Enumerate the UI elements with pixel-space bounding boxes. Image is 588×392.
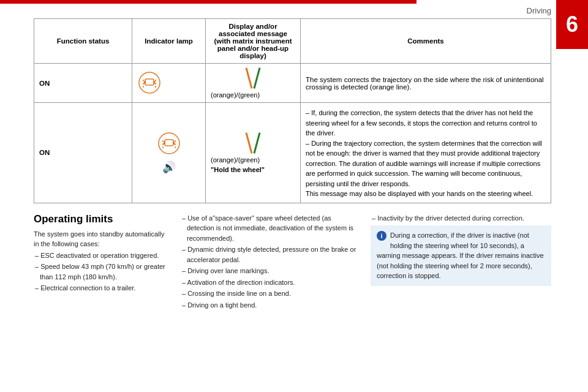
row1-lamp bbox=[132, 64, 206, 103]
svg-rect-10 bbox=[164, 141, 165, 145]
row1-display: (orange)/(green) bbox=[206, 64, 301, 103]
op-left-item-2: – Speed below 43 mph (70 km/h) or greate… bbox=[34, 262, 168, 282]
table-row: ON bbox=[34, 64, 551, 103]
op-mid-item-1: – Use of a"space-saver" spare wheel dete… bbox=[181, 213, 358, 244]
svg-rect-1 bbox=[145, 79, 154, 85]
op-left-item-1: – ESC deactivated or operation triggered… bbox=[34, 251, 168, 261]
op-title: Operating limits bbox=[34, 213, 168, 225]
th-function-status: Function status bbox=[34, 19, 132, 64]
op-right-text: – Inactivity by the driver detected duri… bbox=[371, 213, 551, 286]
sound-icon: 🔊 bbox=[162, 160, 176, 174]
row1-display-label: (orange)/(green) bbox=[211, 91, 295, 99]
row2-comments: – If, during the correction, the system … bbox=[301, 103, 551, 203]
page-number: 6 bbox=[566, 12, 578, 37]
th-comments: Comments bbox=[301, 19, 551, 64]
green-line-1 bbox=[254, 67, 261, 89]
row2-lamp-container: 🔊 bbox=[137, 131, 200, 174]
svg-point-6 bbox=[159, 133, 179, 154]
lamp-icon-1 bbox=[137, 70, 162, 95]
page-tab: 6 bbox=[556, 0, 588, 49]
op-intro: The system goes into standby automatical… bbox=[34, 229, 168, 293]
info-box-text: During a correction, if the driver is in… bbox=[377, 232, 544, 279]
orange-line-1 bbox=[246, 67, 253, 89]
svg-point-0 bbox=[139, 72, 160, 93]
op-right-col: – Inactivity by the driver detected duri… bbox=[371, 213, 551, 286]
table-row: ON 🔊 bbox=[34, 103, 551, 203]
op-mid-item-6: – Driving on a tight bend. bbox=[181, 300, 358, 311]
row1-comments: The system corrects the trajectory on th… bbox=[301, 64, 551, 103]
green-line-2 bbox=[254, 132, 261, 154]
op-mid-item-2: – Dynamic driving style detected, pressu… bbox=[181, 244, 358, 265]
svg-rect-4 bbox=[144, 81, 146, 84]
info-icon: i bbox=[377, 231, 386, 241]
op-mid-item-4: – Activation of the direction indicators… bbox=[181, 277, 358, 288]
op-left-item-3: – Electrical connection to a trailer. bbox=[34, 283, 168, 293]
row2-on-label: ON bbox=[39, 149, 50, 156]
op-right-item-1: – Inactivity by the driver detected duri… bbox=[371, 213, 551, 224]
op-intro-text: The system goes into standby automatical… bbox=[34, 229, 168, 249]
svg-rect-5 bbox=[153, 81, 155, 84]
th-display-message: Display and/or associated message(with m… bbox=[206, 19, 301, 64]
row2-display: (orange)/(green) "Hold the wheel" bbox=[206, 103, 301, 203]
svg-rect-11 bbox=[173, 141, 175, 145]
row2-lines bbox=[211, 132, 295, 154]
row2-display-bold: "Hold the wheel" bbox=[211, 166, 295, 173]
lamp-icon-2 bbox=[157, 131, 181, 156]
row2-display-sublabel: (orange)/(green) bbox=[211, 156, 295, 164]
row1-function: ON bbox=[34, 64, 132, 103]
row2-lamp: 🔊 bbox=[132, 103, 206, 203]
op-mid-item-5: – Crossing the inside line on a bend. bbox=[181, 288, 358, 299]
info-box: i During a correction, if the driver is … bbox=[371, 225, 551, 286]
row2-function: ON bbox=[34, 103, 132, 203]
row1-on-label: ON bbox=[39, 80, 50, 87]
svg-rect-7 bbox=[165, 140, 173, 146]
row1-lines bbox=[211, 67, 295, 89]
op-middle-col: – Use of a"space-saver" spare wheel dete… bbox=[181, 213, 358, 312]
top-bar bbox=[0, 0, 417, 4]
th-indicator-lamp: Indicator lamp bbox=[132, 19, 206, 64]
op-left-col: Operating limits The system goes into st… bbox=[34, 213, 168, 295]
op-middle-text: – Use of a"space-saver" spare wheel dete… bbox=[181, 213, 358, 311]
info-table: Function status Indicator lamp Display a… bbox=[34, 18, 551, 203]
operating-limits-section: Operating limits The system goes into st… bbox=[34, 213, 551, 312]
main-content: Function status Indicator lamp Display a… bbox=[34, 11, 551, 386]
op-mid-item-3: – Driving over lane markings. bbox=[181, 266, 358, 276]
orange-line-2 bbox=[246, 132, 253, 154]
